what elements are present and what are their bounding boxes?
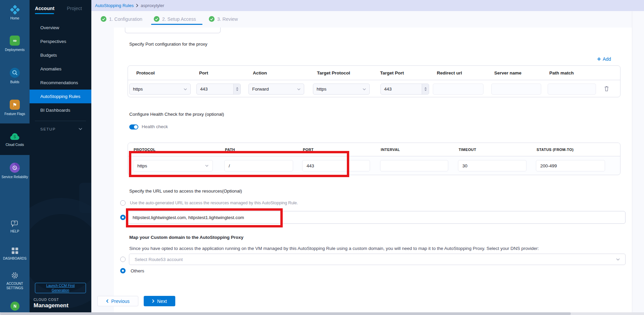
main-content: AutoStopping Rules asproxytyler 1. Confi… bbox=[91, 0, 644, 315]
rail-item-service-reliability[interactable]: Service Reliability bbox=[0, 158, 30, 184]
sidebar-item-perspectives[interactable]: Perspectives bbox=[30, 35, 91, 48]
hc-path-input[interactable]: / bbox=[224, 160, 293, 171]
rail-item-help[interactable]: ? HELP bbox=[0, 219, 30, 235]
breadcrumb: AutoStopping Rules asproxytyler bbox=[91, 0, 644, 11]
custom-url-radio[interactable] bbox=[120, 215, 126, 220]
target-port-input[interactable]: 443 bbox=[380, 84, 429, 95]
redirect-url-input[interactable] bbox=[433, 84, 484, 95]
svg-text:∞: ∞ bbox=[13, 38, 17, 43]
col-target-protocol: Target Protocol bbox=[317, 66, 350, 80]
svg-text:$: $ bbox=[13, 134, 16, 139]
col-target-port: Target Port bbox=[380, 66, 404, 80]
tab-project[interactable]: Project bbox=[67, 6, 82, 11]
chevron-right-icon bbox=[152, 299, 154, 303]
route53-account-select[interactable]: Select Route53 account bbox=[129, 254, 626, 265]
sidebar-item-recommendations[interactable]: Recommendations bbox=[30, 76, 91, 90]
launch-ccm-first-gen-button[interactable]: Launch CCM First Generation bbox=[35, 283, 86, 293]
next-button[interactable]: Next bbox=[144, 296, 175, 306]
custom-url-input[interactable]: httpstest.lightwingtest.com, httpstest1.… bbox=[127, 211, 626, 224]
port-section-title: Specify Port configuration for the proxy bbox=[129, 42, 208, 47]
cloud-costs-icon: $ bbox=[9, 132, 20, 141]
others-radio[interactable] bbox=[120, 268, 126, 273]
cutoff-field[interactable] bbox=[125, 28, 221, 33]
hc-protocol-select[interactable]: https bbox=[133, 160, 213, 171]
launch-ccm-label: Launch CCM First Generation bbox=[39, 283, 82, 292]
health-check-toggle-label: Health check bbox=[142, 124, 168, 129]
sidebar-item-budgets[interactable]: Budgets bbox=[30, 48, 91, 62]
number-spinner[interactable] bbox=[233, 84, 240, 94]
col-hc-timeout: TIMEOUT bbox=[459, 143, 476, 156]
protocol-select[interactable]: https bbox=[129, 84, 191, 95]
step-review[interactable]: 3. Review bbox=[209, 16, 238, 22]
dashboards-icon bbox=[11, 247, 18, 254]
rail-item-feature-flags[interactable]: ⚑ Feature Flags bbox=[0, 97, 30, 118]
delete-row-trash-icon[interactable] bbox=[604, 86, 609, 92]
rail-item-builds[interactable]: Builds bbox=[0, 65, 30, 87]
rail-item-label: ACCOUNT SETTINGS bbox=[0, 281, 30, 290]
tab-active-underline bbox=[35, 13, 54, 14]
tab-account[interactable]: Account bbox=[35, 6, 54, 11]
rail-item-home[interactable]: Home bbox=[0, 3, 30, 24]
builds-icon bbox=[10, 68, 20, 78]
port-input[interactable]: 443 bbox=[196, 84, 241, 95]
step-setup-access[interactable]: 2. Setup Access bbox=[154, 16, 196, 22]
hc-status-input[interactable]: 200-499 bbox=[536, 160, 605, 171]
sidebar-item-anomalies[interactable]: Anomalies bbox=[30, 62, 91, 76]
add-port-config-button[interactable]: Add bbox=[597, 56, 611, 62]
rail-item-label: DASHBOARDS bbox=[2, 256, 28, 261]
previous-button[interactable]: Previous bbox=[97, 296, 138, 306]
account-settings-gear-icon bbox=[11, 271, 19, 279]
rail-item-account-settings[interactable]: ACCOUNT SETTINGS bbox=[0, 270, 30, 291]
route53-radio[interactable] bbox=[120, 257, 126, 262]
col-path-match: Path match bbox=[549, 66, 574, 80]
module-sidebar: Account Project Overview Perspectives Bu… bbox=[30, 0, 91, 315]
help-icon: ? bbox=[11, 220, 19, 227]
chevron-down-icon bbox=[297, 88, 301, 90]
rail-item-cloud-costs[interactable]: $ Cloud Costs bbox=[0, 123, 30, 155]
hc-interval-input[interactable] bbox=[380, 160, 448, 171]
dns-section-title: Map your Custom domain to the AutoStoppi… bbox=[129, 235, 243, 240]
col-hc-interval: INTERVAL bbox=[381, 143, 400, 156]
path-match-input[interactable] bbox=[548, 84, 596, 95]
number-spinner[interactable] bbox=[422, 84, 429, 94]
sidebar-item-autostopping-rules[interactable]: AutoStopping Rules bbox=[30, 90, 91, 103]
rail-item-dashboards[interactable]: DASHBOARDS bbox=[0, 246, 30, 262]
plus-icon bbox=[597, 57, 601, 61]
col-hc-status: STATUS (FROM-TO) bbox=[537, 143, 573, 156]
action-select[interactable]: Forward bbox=[248, 84, 304, 95]
col-server-name: Server name bbox=[494, 66, 521, 80]
auto-url-radio[interactable] bbox=[120, 200, 126, 206]
hc-port-input[interactable]: 443 bbox=[302, 160, 370, 171]
rail-item-deployments[interactable]: ∞ Deployments bbox=[0, 33, 30, 54]
sidebar-setup-label[interactable]: SETUP bbox=[40, 127, 56, 131]
url-section-title: Specify the URL used to access the resou… bbox=[129, 189, 242, 194]
server-name-input[interactable] bbox=[491, 84, 541, 95]
breadcrumb-root-link[interactable]: AutoStopping Rules bbox=[95, 3, 134, 8]
chevron-left-icon bbox=[106, 299, 108, 303]
sidebar-divider bbox=[35, 121, 86, 121]
chevron-down-icon[interactable] bbox=[79, 128, 82, 130]
svg-text:⚑: ⚑ bbox=[12, 102, 17, 108]
rail-item-label: Service Reliability bbox=[1, 175, 29, 179]
rail-item-label: Cloud Costs bbox=[5, 143, 25, 147]
module-footer-title: Management bbox=[34, 302, 68, 309]
chevron-down-icon bbox=[616, 258, 620, 261]
hc-timeout-input[interactable]: 30 bbox=[458, 160, 526, 171]
step-configuration[interactable]: 1. Configuration bbox=[101, 16, 142, 22]
feature-flags-icon: ⚑ bbox=[10, 100, 20, 110]
service-reliability-icon bbox=[10, 163, 20, 173]
auto-url-radio-label: Use the auto-generated URL to access the… bbox=[130, 201, 298, 205]
health-check-toggle[interactable] bbox=[129, 124, 138, 129]
target-protocol-select[interactable]: https bbox=[313, 84, 370, 95]
user-avatar[interactable]: N bbox=[10, 302, 19, 311]
rail-item-label: Feature Flags bbox=[3, 112, 26, 116]
sidebar-item-overview[interactable]: Overview bbox=[30, 21, 91, 35]
scrollbar-thumb[interactable] bbox=[0, 312, 571, 315]
rail-item-label: Home bbox=[9, 16, 20, 20]
left-nav-rail: Home ∞ Deployments Builds ⚑ Feature Flag… bbox=[0, 0, 30, 315]
svg-text:?: ? bbox=[13, 221, 15, 225]
col-hc-protocol: PROTOCOL bbox=[134, 143, 155, 156]
module-footer-eyebrow: CLOUD COST bbox=[34, 298, 59, 302]
sidebar-item-bi-dashboards[interactable]: BI Dashboards bbox=[30, 103, 91, 117]
horizontal-scrollbar[interactable] bbox=[0, 312, 644, 315]
